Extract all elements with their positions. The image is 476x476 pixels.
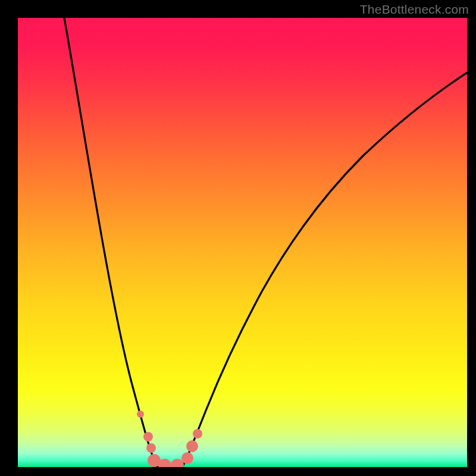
left-curve xyxy=(64,18,158,467)
dot xyxy=(137,411,144,418)
plot-area xyxy=(18,18,467,467)
chart-frame: TheBottleneck.com xyxy=(0,0,476,476)
dot xyxy=(181,452,193,464)
dot xyxy=(193,429,202,439)
annotation-dots xyxy=(137,411,202,467)
curves-layer xyxy=(18,18,467,467)
right-curve xyxy=(182,73,467,467)
dot xyxy=(143,432,153,441)
watermark-text: TheBottleneck.com xyxy=(360,2,469,17)
dot xyxy=(186,440,198,452)
dot xyxy=(146,443,156,453)
